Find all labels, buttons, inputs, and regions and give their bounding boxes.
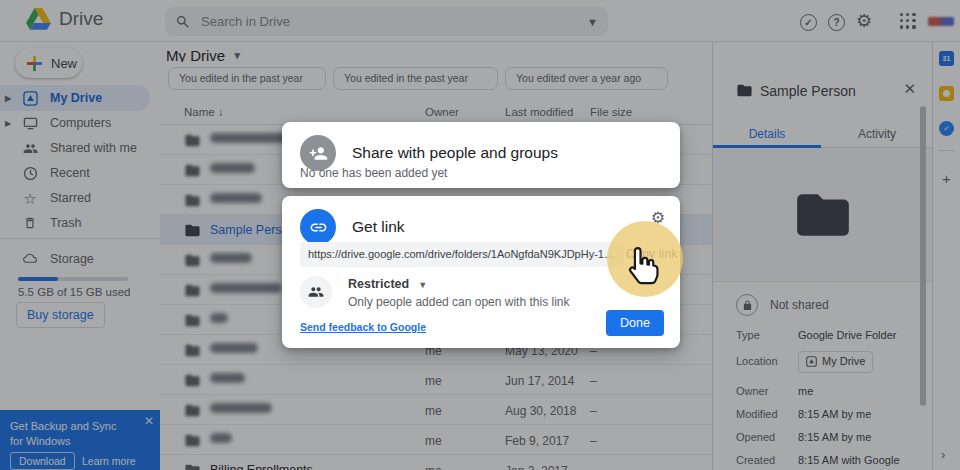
link-avatar-icon [300, 209, 336, 245]
share-link-url-field[interactable]: https://drive.google.com/drive/folders/1… [300, 242, 624, 267]
chevron-down-icon: ▼ [418, 280, 427, 290]
send-feedback-link[interactable]: Send feedback to Google [300, 321, 426, 333]
restricted-description: Only people added can open with this lin… [348, 295, 569, 309]
restricted-people-icon [300, 276, 332, 308]
get-link-dialog-title: Get link [352, 218, 405, 236]
done-button[interactable]: Done [606, 310, 664, 336]
share-dialog-subtitle: No one has been added yet [300, 166, 447, 180]
share-dialog: Share with people and groups No one has … [282, 122, 680, 188]
google-drive-app: Drive ▼ ✓ ? ⚙ New ▶ My Dri [0, 0, 960, 470]
hand-cursor-icon [624, 244, 662, 286]
share-dialog-title: Share with people and groups [352, 144, 558, 162]
restricted-dropdown[interactable]: Restricted▼ [348, 277, 427, 291]
